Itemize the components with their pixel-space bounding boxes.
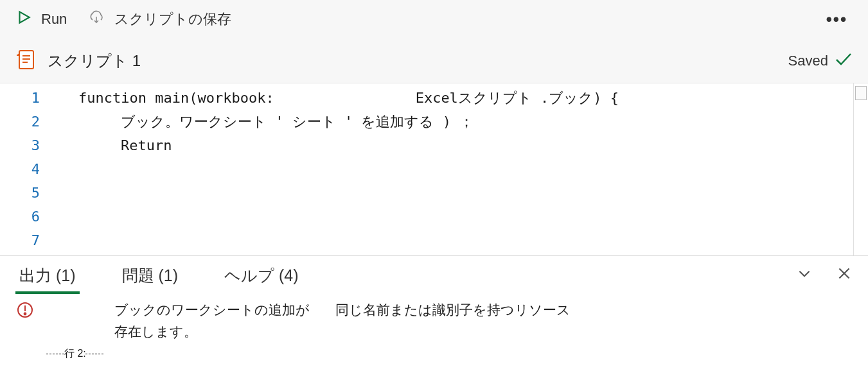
saved-label: Saved [788,53,828,69]
code-area[interactable]: function main(workbook:Excelスクリプト .ブック) … [51,83,854,255]
line-number-gutter: 1 2 3 4 5 6 7 [0,83,51,255]
script-header: スクリプト 1 Saved [0,39,868,83]
svg-point-9 [24,313,26,315]
panel-tabs: 出力 (1) 問題 (1) ヘルプ (4) [0,256,868,293]
tab-problems[interactable]: 問題 (1) [120,256,181,293]
save-script-button[interactable]: スクリプトの保存 [87,8,231,30]
code-editor[interactable]: 1 2 3 4 5 6 7 function main(workbook:Exc… [0,83,868,255]
save-script-label: スクリプトの保存 [114,10,231,29]
panel-actions [796,265,853,284]
script-name[interactable]: スクリプト 1 [48,51,778,71]
chevron-down-icon [796,273,813,284]
output-panel: 出力 (1) 問題 (1) ヘルプ (4) [0,255,868,378]
vertical-scrollbar[interactable] [854,83,868,255]
more-options-button[interactable]: ••• [821,7,853,32]
script-file-icon [15,49,37,73]
code-line: Return [51,133,853,157]
cloud-sync-icon [87,8,105,30]
panel-body: 行 2: 既に ブックのワークシートの追加が存在します。 同じ名前または識別子を… [0,293,868,378]
line-number: 7 [0,228,40,252]
code-line: function main(workbook:Excelスクリプト .ブック) … [51,86,853,110]
more-icon: ••• [826,10,847,29]
collapse-panel-button[interactable] [796,265,813,284]
svg-marker-0 [20,12,30,22]
play-icon [15,9,32,30]
error-message-primary: ブックのワークシートの追加が存在します。 [114,299,314,378]
close-panel-button[interactable] [836,265,853,284]
line-number: 1 [0,86,40,110]
close-icon [836,273,853,284]
line-number: 5 [0,181,40,205]
error-icon [17,299,33,378]
tab-output[interactable]: 出力 (1) [17,256,78,293]
tab-help[interactable]: ヘルプ (4) [222,256,301,293]
error-message-secondary: 同じ名前または識別子を持つリソース [335,299,592,378]
line-number: 6 [0,205,40,228]
code-line: ブック。ワークシート ' シート ' を追加する ) ； [51,110,853,133]
line-number: 4 [0,157,40,181]
toolbar: Run スクリプトの保存 ••• [0,0,868,39]
line-number: 3 [0,133,40,157]
run-button[interactable]: Run [15,9,67,30]
line-number: 2 [0,110,40,133]
run-label: Run [41,11,67,28]
error-row: 行 2: 既に ブックのワークシートの追加が存在します。 同じ名前または識別子を… [46,299,592,378]
checkmark-icon [835,51,853,71]
error-line-ref: 行 2: 既に [46,299,93,378]
saved-status: Saved [788,51,853,71]
